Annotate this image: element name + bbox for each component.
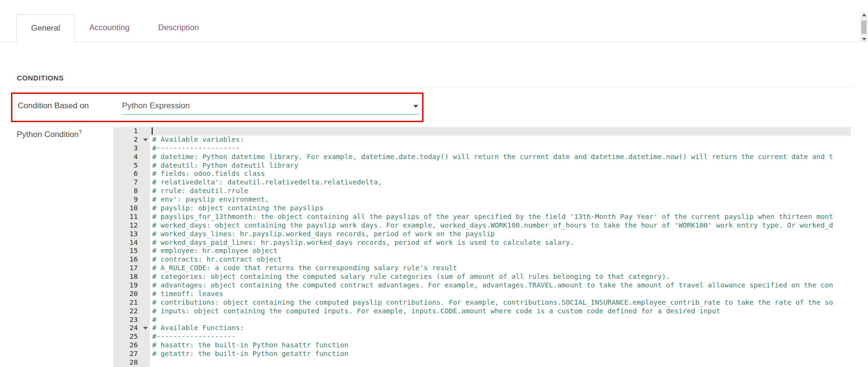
editor-line[interactable]: 26# hasattr: the built-in Python hasattr… — [113, 341, 851, 350]
editor-line[interactable]: 2# Available variables: — [113, 136, 851, 144]
condition-based-on-select[interactable]: Python Expression — [121, 98, 420, 115]
line-number: 20 — [113, 290, 150, 298]
line-number: 21 — [113, 298, 150, 307]
select-value: Python Expression — [122, 101, 190, 111]
line-number: 23 — [113, 316, 150, 324]
editor-line[interactable]: 7# relativedelta': dateutil.relativedelt… — [113, 178, 851, 187]
page: GeneralAccountingDescription CONDITIONS … — [0, 0, 868, 367]
python-condition-label: Python Condition? — [17, 130, 82, 139]
line-number: 8 — [113, 187, 150, 195]
code-text: # env': payslip environment, — [150, 195, 851, 204]
code-text: # rrule: dateutil.rrule — [150, 187, 851, 195]
line-number: 4 — [113, 153, 150, 161]
tab-description[interactable]: Description — [144, 14, 213, 42]
code-text — [150, 127, 851, 136]
line-number: 10 — [113, 204, 150, 213]
line-number: 15 — [113, 247, 150, 255]
code-text: # datetime: Python datetime library. For… — [150, 153, 851, 161]
fold-arrow-icon[interactable] — [143, 327, 148, 330]
editor-line[interactable]: 20# timeoff: leaves — [113, 290, 851, 298]
editor-line[interactable]: 27# getattr: the built-in Python getattr… — [113, 350, 851, 358]
editor-line[interactable]: 3#-------------------- — [113, 144, 851, 153]
code-text: # contributions: object containing the c… — [150, 298, 851, 307]
tab-general[interactable]: General — [16, 14, 75, 42]
line-number: 25 — [113, 333, 150, 341]
editor-line[interactable]: 15# employee: hr.employee object — [113, 247, 851, 255]
code-text: # fields: odoo.fields class — [150, 170, 851, 178]
line-number: 28 — [113, 358, 150, 367]
editor-line[interactable]: 16# contracts: hr.contract object — [113, 255, 851, 264]
line-number: 22 — [113, 307, 150, 316]
scroll-down-icon[interactable] — [862, 38, 866, 41]
editor-line[interactable]: 24# Available Functions: — [113, 324, 851, 333]
help-marker: ? — [78, 129, 82, 136]
editor-line[interactable]: 21# contributions: object containing the… — [113, 298, 851, 307]
code-text: # categories: object containing the comp… — [150, 273, 851, 281]
code-text: # hasattr: the built-in Python hasattr f… — [150, 341, 851, 350]
editor-line[interactable]: 19# advantages: object containing the co… — [113, 281, 851, 290]
code-text: # payslip: object containing the payslip… — [150, 204, 851, 213]
vertical-scrollbar[interactable] — [860, 12, 868, 42]
code-text: #------------------- — [150, 333, 851, 341]
code-text: # employee: hr.employee object — [150, 247, 851, 255]
tab-accounting[interactable]: Accounting — [75, 14, 144, 42]
code-lines: 12# Available variables:3#--------------… — [113, 127, 851, 367]
line-number: 14 — [113, 239, 150, 247]
line-number: 16 — [113, 255, 150, 264]
code-text: # payslips_for_13thmonth: the object con… — [150, 213, 851, 221]
code-text: # worked_days_lines: hr.payslip.worked_d… — [150, 230, 851, 239]
tab-bar: GeneralAccountingDescription — [0, 0, 868, 42]
code-text: #-------------------- — [150, 144, 851, 153]
line-number: 27 — [113, 350, 150, 358]
editor-line[interactable]: 1 — [113, 127, 851, 136]
code-text: # advantages: object containing the comp… — [150, 281, 851, 290]
scrollbar-thumb[interactable] — [861, 21, 867, 34]
line-number: 2 — [113, 136, 150, 144]
editor-line[interactable]: 17# A_RULE_CODE: a code that returns the… — [113, 264, 851, 273]
line-number: 24 — [113, 324, 150, 333]
code-text: # inputs: object containing the computed… — [150, 307, 851, 316]
editor-line[interactable]: 13# worked_days_lines: hr.payslip.worked… — [113, 230, 851, 239]
code-text: # Available Functions: — [150, 324, 851, 333]
code-editor[interactable]: 12# Available variables:3#--------------… — [113, 127, 851, 367]
editor-line[interactable]: 4# datetime: Python datetime library. Fo… — [113, 153, 851, 161]
code-text: # dateutil: Python dateutil library — [150, 161, 851, 170]
editor-line[interactable]: 8# rrule: dateutil.rrule — [113, 187, 851, 195]
editor-line[interactable]: 23# — [113, 316, 851, 324]
line-number: 17 — [113, 264, 150, 273]
code-text: # Available variables: — [150, 136, 851, 144]
line-number: 5 — [113, 161, 150, 170]
editor-line[interactable]: 12# worked_days: object containing the p… — [113, 221, 851, 230]
code-text: # contracts: hr.contract object — [150, 255, 851, 264]
code-text — [150, 358, 851, 367]
section-divider — [17, 87, 851, 87]
editor-line[interactable]: 28 — [113, 358, 851, 367]
editor-line[interactable]: 10# payslip: object containing the paysl… — [113, 204, 851, 213]
editor-line[interactable]: 18# categories: object containing the co… — [113, 273, 851, 281]
line-number: 13 — [113, 230, 150, 239]
line-number: 6 — [113, 170, 150, 178]
chevron-down-icon — [413, 105, 418, 108]
editor-line[interactable]: 14# worked_days_paid_lines: hr.payslip.w… — [113, 239, 851, 247]
line-number: 18 — [113, 273, 150, 281]
editor-line[interactable]: 11# payslips_for_13thmonth: the object c… — [113, 213, 851, 221]
editor-line[interactable]: 6# fields: odoo.fields class — [113, 170, 851, 178]
line-number: 11 — [113, 213, 150, 221]
line-number: 3 — [113, 144, 150, 153]
scroll-up-icon[interactable] — [862, 13, 866, 16]
section-heading-conditions: CONDITIONS — [17, 74, 64, 82]
code-text: # — [150, 316, 851, 324]
code-text: # A_RULE_CODE: a code that returns the c… — [150, 264, 851, 273]
line-number: 12 — [113, 221, 150, 230]
code-text: # timeoff: leaves — [150, 290, 851, 298]
editor-line[interactable]: 5# dateutil: Python dateutil library — [113, 161, 851, 170]
code-text: # relativedelta': dateutil.relativedelta… — [150, 178, 851, 187]
editor-line[interactable]: 25#------------------- — [113, 333, 851, 341]
code-text: # worked_days_paid_lines: hr.payslip.wor… — [150, 239, 851, 247]
text-cursor — [152, 127, 153, 135]
line-number: 1 — [113, 127, 150, 136]
editor-line[interactable]: 9# env': payslip environment, — [113, 195, 851, 204]
code-text: # getattr: the built-in Python getattr f… — [150, 350, 851, 358]
fold-arrow-icon[interactable] — [143, 138, 148, 141]
editor-line[interactable]: 22# inputs: object containing the comput… — [113, 307, 851, 316]
